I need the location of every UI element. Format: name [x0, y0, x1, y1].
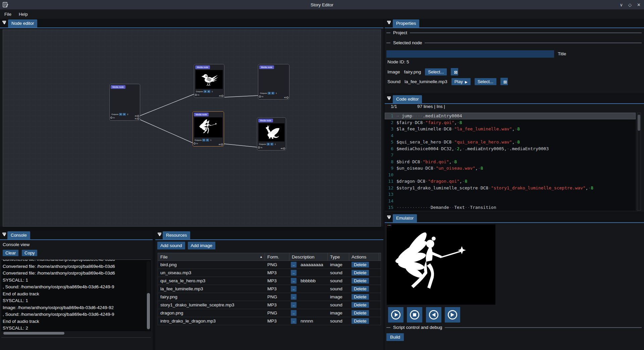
output-port[interactable]: #0 — [219, 143, 223, 145]
output-port[interactable]: #0 — [284, 97, 288, 99]
resource-row[interactable]: fairy.png PNG .. image Delete — [158, 293, 381, 301]
graph-node[interactable]: Media node Outputs ◂ ▸ 1 In #0 — [194, 64, 224, 98]
code-editor-area[interactable]: 1→ jump····.mediaEntry00042$fairy·DC8·"f… — [385, 113, 636, 211]
code-line[interactable]: 6$mediaChoice0004·DC32,·2,·.mediaEntry00… — [385, 145, 636, 152]
outputs-decrement-button[interactable]: ◂ — [268, 92, 271, 95]
column-header-file[interactable]: File▲ — [158, 253, 265, 260]
graph-node[interactable]: Media node Outputs ◂ ▸ 1 In #0 — [258, 64, 289, 100]
code-line[interactable]: 9$un_oiseau·DC8·"un_oiseau.wav",·8 — [385, 165, 636, 172]
menu-file[interactable]: File — [1, 10, 14, 18]
output-port[interactable]: #0 — [219, 95, 223, 97]
close-button[interactable]: ✕ — [637, 2, 641, 7]
outputs-increment-button[interactable]: ▸ — [123, 113, 126, 116]
graph-node[interactable]: Media node Outputs ◂ ▸ 1 In #0 — [257, 117, 286, 151]
edit-description-button[interactable]: .. — [291, 302, 297, 308]
code-line[interactable]: 10 — [385, 172, 636, 178]
code-line[interactable]: 5$qui_sera_le_hero·DC8·"qui_sera_le_hero… — [385, 139, 636, 145]
edit-description-button[interactable]: .. — [291, 286, 297, 292]
resource-row[interactable]: qui_sera_le_hero.mp3 MP3 .. bbbbbb sound… — [158, 277, 381, 285]
sound-clear-button[interactable]: ⊠ — [500, 78, 508, 85]
tab-node-editor[interactable]: Node editor — [8, 19, 37, 27]
add-image-button[interactable]: Add image — [188, 242, 216, 249]
console-vertical-scrollbar[interactable] — [147, 261, 150, 331]
code-line[interactable]: 13 — [385, 191, 636, 198]
column-header-type[interactable]: Type — [328, 253, 349, 260]
collapse-panel-icon[interactable] — [157, 233, 162, 237]
collapse-panel-icon[interactable] — [387, 21, 391, 25]
step-forward-button[interactable] — [445, 307, 460, 323]
code-line[interactable]: 3$la_fee_luminelle·DC8·"la_fee_luminelle… — [385, 126, 636, 132]
resource-row[interactable]: story1_drako_luminelle_sceptre.mp3 MP3 .… — [158, 301, 381, 309]
resource-row[interactable]: intro_drako_le_dragon.mp3 MP3 .. nnnnn s… — [158, 317, 381, 325]
sound-play-button[interactable]: Play▶ — [451, 78, 471, 85]
edit-description-button[interactable]: .. — [291, 278, 297, 284]
edit-description-button[interactable]: .. — [291, 294, 297, 300]
code-editor-scrollbar[interactable] — [637, 113, 641, 211]
code-line[interactable]: 14 — [385, 198, 636, 205]
tab-emulator[interactable]: Emulator — [393, 214, 417, 222]
maximize-button[interactable]: ◇ — [628, 2, 632, 7]
add-sound-button[interactable]: Add sound — [157, 242, 185, 249]
code-line[interactable]: 4 — [385, 132, 636, 139]
resource-row[interactable]: bird.png PNG .. aaaaaaaaa image Delete — [158, 261, 381, 269]
input-port[interactable] — [195, 94, 197, 96]
code-line[interactable]: 1→ jump····.mediaEntry0004 — [385, 113, 636, 119]
image-select-button[interactable]: Select... — [425, 68, 447, 75]
tab-code-editor[interactable]: Code editor — [393, 95, 422, 103]
column-header-format[interactable]: Form. — [265, 253, 289, 260]
input-port[interactable] — [110, 117, 112, 119]
column-header-actions[interactable]: Actions — [349, 253, 379, 260]
input-port[interactable] — [258, 147, 260, 149]
outputs-increment-button[interactable]: ▸ — [270, 143, 273, 145]
outputs-decrement-button[interactable]: ◂ — [202, 139, 205, 141]
input-port[interactable] — [259, 96, 261, 98]
resource-row[interactable]: un_oiseau.mp3 MP3 .. sound Delete — [158, 269, 381, 277]
tab-console[interactable]: Console — [7, 231, 30, 239]
collapse-panel-icon[interactable] — [387, 216, 391, 220]
console-horizontal-scrollbar[interactable] — [2, 332, 150, 335]
code-line[interactable]: 8$bird·DC8·"bird.qoi",·8 — [385, 159, 636, 165]
graph-node[interactable]: Media node Outputs ◂ ▸ 2 In #0#1 — [109, 84, 140, 121]
outputs-decrement-button[interactable]: ◂ — [204, 90, 207, 93]
code-line[interactable]: 11$dragon·DC8·"dragon.qoi",·8 — [385, 178, 636, 185]
console-log[interactable]: Convertered file: /home/anthony/ostproj/… — [1, 259, 151, 331]
delete-resource-button[interactable]: Delete — [352, 278, 369, 284]
stop-button[interactable] — [407, 307, 422, 323]
collapse-panel-icon[interactable] — [387, 97, 391, 101]
graph-node[interactable]: Media node Outputs ◂ ▸ 1 In #0 — [193, 111, 224, 147]
resource-row[interactable]: dragon.png PNG .. image Delete — [158, 309, 381, 317]
code-line[interactable]: 15·············Demande··Text··Transition — [385, 204, 636, 211]
collapse-panel-icon[interactable] — [2, 233, 6, 237]
sound-select-button[interactable]: Select... — [475, 78, 496, 85]
delete-resource-button[interactable]: Delete — [352, 310, 369, 316]
build-button[interactable]: Build — [386, 333, 404, 341]
output-port[interactable]: #0 — [281, 148, 285, 150]
collapse-panel-icon[interactable] — [2, 21, 6, 25]
code-line[interactable]: 2$fairy·DC8·"fairy.qoi",·8 — [385, 119, 636, 126]
output-port[interactable]: #0 — [135, 115, 139, 117]
console-clear-button[interactable]: Clear — [3, 250, 18, 256]
minimize-button[interactable]: ∨ — [620, 2, 623, 7]
step-back-button[interactable] — [426, 307, 441, 323]
delete-resource-button[interactable]: Delete — [352, 286, 369, 292]
edit-description-button[interactable]: .. — [291, 310, 297, 316]
tab-properties[interactable]: Properties — [393, 19, 419, 27]
edit-description-button[interactable]: .. — [291, 270, 297, 276]
play-button[interactable] — [388, 307, 404, 323]
tab-resources[interactable]: Resources — [163, 231, 190, 239]
delete-resource-button[interactable]: Delete — [352, 262, 369, 268]
outputs-increment-button[interactable]: ▸ — [207, 90, 210, 93]
code-line[interactable]: 12$story1_drako_luminelle_sceptre·DC8·"s… — [385, 185, 636, 191]
menu-help[interactable]: Help — [16, 10, 31, 18]
edit-description-button[interactable]: .. — [291, 318, 297, 324]
image-clear-button[interactable]: ⊠ — [451, 68, 458, 75]
input-port[interactable] — [194, 142, 196, 144]
outputs-decrement-button[interactable]: ◂ — [119, 113, 122, 116]
outputs-increment-button[interactable]: ▸ — [206, 139, 209, 141]
delete-resource-button[interactable]: Delete — [352, 294, 369, 300]
outputs-decrement-button[interactable]: ◂ — [267, 143, 270, 145]
delete-resource-button[interactable]: Delete — [352, 302, 369, 308]
delete-resource-button[interactable]: Delete — [352, 318, 369, 324]
outputs-increment-button[interactable]: ▸ — [271, 92, 274, 95]
node-graph-canvas[interactable]: Media node Outputs ◂ ▸ 2 In #0#1Media no… — [3, 30, 381, 227]
